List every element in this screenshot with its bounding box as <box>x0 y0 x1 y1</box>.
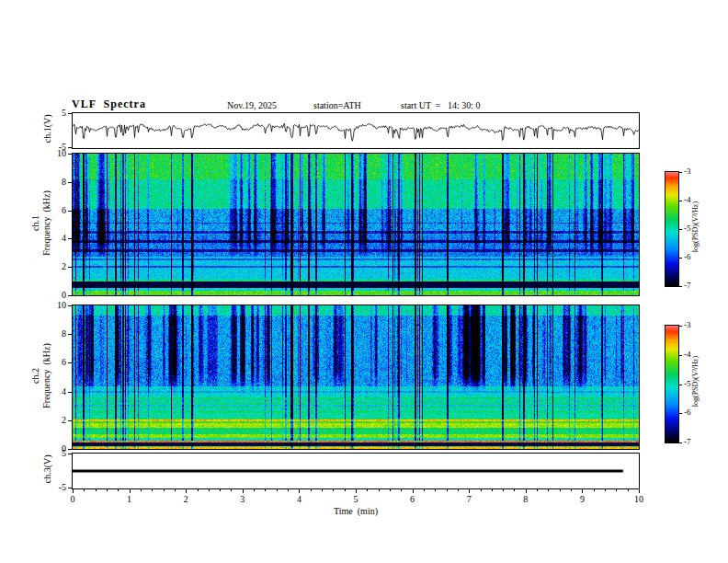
freq-tick-label: 10 <box>46 300 66 310</box>
x-minor-tick-mark <box>458 489 459 491</box>
x-tick-label: 0 <box>63 494 82 504</box>
x-minor-tick-mark <box>84 489 85 491</box>
x-minor-tick-mark <box>265 489 266 491</box>
colorbar-tick-mark <box>679 413 682 414</box>
ch1-waveform-panel <box>72 112 640 149</box>
freq-tick-label: 4 <box>46 233 66 243</box>
colorbar-ch2-canvas <box>665 326 678 442</box>
freq-tick-label: 8 <box>46 328 66 339</box>
x-minor-tick-mark <box>209 489 210 491</box>
freq-tick-mark <box>68 238 72 239</box>
freq-tick-label: 6 <box>46 205 66 215</box>
figure-title: VLF Spectra <box>72 98 146 111</box>
x-minor-tick-mark <box>605 489 606 491</box>
volt-tick-mark <box>68 454 72 454</box>
freq-tick-mark <box>68 305 72 306</box>
colorbar-tick-mark <box>679 258 682 259</box>
time-axis-label: Time (min) <box>310 506 402 516</box>
colorbar-tick-label: -5 <box>684 224 702 234</box>
x-tick-mark <box>413 489 414 493</box>
freq-tick-label: 4 <box>46 386 66 396</box>
x-tick-label: 4 <box>290 494 308 504</box>
x-minor-tick-mark <box>345 489 346 491</box>
volt-tick-mark <box>68 113 72 114</box>
x-minor-tick-mark <box>367 489 368 491</box>
x-minor-tick-mark <box>198 489 199 491</box>
colorbar-tick-mark <box>679 326 682 327</box>
x-minor-tick-mark <box>96 489 97 491</box>
freq-tick-mark <box>68 392 72 393</box>
x-tick-label: 5 <box>347 494 365 504</box>
x-minor-tick-mark <box>481 489 482 491</box>
colorbar-tick-label: -3 <box>684 321 702 330</box>
freq-tick-mark <box>68 449 72 450</box>
volt-tick-label: 5 <box>46 108 66 118</box>
x-minor-tick-mark <box>594 489 595 491</box>
x-minor-tick-mark <box>424 489 425 491</box>
colorbar-tick-mark <box>679 385 682 385</box>
ch1-axis-label-line1: ch.1 <box>30 215 40 231</box>
start-ut-label: start UT = 14: 30: 0 <box>401 100 481 110</box>
x-minor-tick-mark <box>333 489 334 491</box>
ch1-spectrogram-canvas <box>73 154 639 295</box>
colorbar-tick-label: -6 <box>684 408 702 418</box>
x-minor-tick-mark <box>277 489 278 491</box>
colorbar-tick-mark <box>679 286 682 287</box>
colorbar-tick-label: -7 <box>684 438 702 447</box>
colorbar-tick-mark <box>679 172 682 173</box>
x-tick-mark <box>243 489 244 493</box>
colorbar-tick-label: -7 <box>684 282 702 291</box>
x-tick-mark <box>469 489 470 493</box>
x-minor-tick-mark <box>141 489 142 491</box>
ch1-axis-label-line2: Frequency (kHz) <box>40 190 51 256</box>
freq-tick-mark <box>68 267 72 268</box>
freq-tick-label: 8 <box>46 177 66 187</box>
station-label: station=ATH <box>313 100 361 110</box>
ch2-axis-label-line2: Frequency (kHz) <box>40 343 51 408</box>
freq-tick-mark <box>68 334 72 335</box>
x-minor-tick-mark <box>288 489 289 491</box>
freq-tick-mark <box>68 182 72 183</box>
x-minor-tick-mark <box>254 489 255 491</box>
x-minor-tick-mark <box>231 489 232 491</box>
x-minor-tick-mark <box>548 489 549 491</box>
colorbar-tick-mark <box>679 229 682 230</box>
colorbar-tick-label: -4 <box>684 350 702 360</box>
ch3-waveform-panel <box>72 453 640 489</box>
colorbar-ch1 <box>665 171 679 287</box>
ch1-spectrogram-panel <box>72 153 640 296</box>
x-minor-tick-mark <box>401 489 402 491</box>
x-minor-tick-mark <box>379 489 380 491</box>
x-tick-mark <box>639 489 640 493</box>
x-minor-tick-mark <box>628 489 629 491</box>
x-tick-mark <box>186 489 187 493</box>
ch2-axis-label-line1: ch.2 <box>30 368 40 384</box>
x-tick-mark <box>582 489 583 493</box>
volt-tick-label: -5 <box>46 142 66 152</box>
x-tick-label: 6 <box>404 494 422 504</box>
x-minor-tick-mark <box>152 489 153 491</box>
freq-tick-mark <box>68 362 72 363</box>
x-minor-tick-mark <box>164 489 165 491</box>
colorbar-tick-mark <box>679 355 682 356</box>
x-minor-tick-mark <box>220 489 221 491</box>
x-tick-label: 1 <box>120 494 139 504</box>
x-minor-tick-mark <box>514 489 515 491</box>
x-minor-tick-mark <box>435 489 436 491</box>
x-minor-tick-mark <box>175 489 176 491</box>
volt-tick-mark <box>68 147 72 148</box>
x-minor-tick-mark <box>492 489 493 491</box>
x-minor-tick-mark <box>311 489 312 491</box>
freq-tick-mark <box>68 211 72 212</box>
colorbar-tick-label: -6 <box>684 253 702 262</box>
colorbar-ch1-canvas <box>665 172 678 286</box>
volt-tick-label: -5 <box>46 482 66 492</box>
x-tick-label: 7 <box>460 494 478 504</box>
x-tick-mark <box>299 489 300 493</box>
x-minor-tick-mark <box>503 489 504 491</box>
freq-tick-mark <box>68 295 72 296</box>
x-tick-mark <box>356 489 357 493</box>
x-minor-tick-mark <box>616 489 617 491</box>
x-tick-label: 9 <box>573 494 591 504</box>
x-tick-label: 3 <box>233 494 252 504</box>
